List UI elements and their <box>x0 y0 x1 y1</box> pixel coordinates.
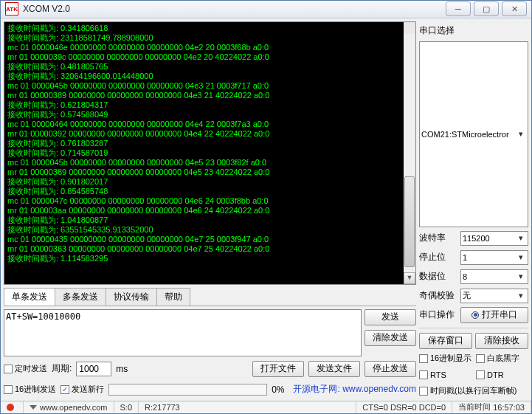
send-tabs: 单条发送 多条发送 协议传输 帮助 <box>4 288 416 306</box>
hex-send-checkbox[interactable]: 16进制发送 <box>4 383 56 396</box>
terminal-output[interactable]: 接收时间戳为: 0.341806618 接收时间戳为: 23118581749.… <box>4 21 416 285</box>
minimize-button[interactable]: ─ <box>446 1 471 16</box>
app-window: ATK XCOM V2.0 ─ ▢ ✕ 接收时间戳为: 0.341806618 … <box>0 0 532 414</box>
tab-multi-send[interactable]: 多条发送 <box>55 288 106 306</box>
period-unit: ms <box>116 364 128 374</box>
parity-select[interactable]: 无▾ <box>460 289 528 303</box>
send-textarea[interactable] <box>4 309 362 356</box>
scroll-down-button[interactable]: ▼ <box>404 272 415 284</box>
stop-send-button[interactable]: 停止发送 <box>365 361 416 377</box>
tab-single-send[interactable]: 单条发送 <box>4 288 55 306</box>
status-time: 当前时间 16:57:03 <box>452 401 531 413</box>
baud-label: 波特率 <box>419 232 457 244</box>
stop-label: 停止位 <box>419 251 457 263</box>
status-sent: S:0 <box>114 401 139 413</box>
dtr-checkbox[interactable]: DTR <box>476 368 528 382</box>
save-window-button[interactable]: 保存窗口 <box>419 333 472 349</box>
open-file-button[interactable]: 打开文件 <box>252 361 304 377</box>
clear-send-button[interactable]: 清除发送 <box>365 330 416 346</box>
period-label: 周期: <box>52 362 72 375</box>
link-label: 开源电子网: <box>293 384 339 394</box>
port-status-icon <box>471 311 479 319</box>
tab-help[interactable]: 帮助 <box>156 288 190 306</box>
titlebar[interactable]: ATK XCOM V2.0 ─ ▢ ✕ <box>1 1 531 18</box>
window-title: XCOM V2.0 <box>23 4 446 14</box>
data-select[interactable]: 8▾ <box>460 269 528 284</box>
rts-checkbox[interactable]: RTS <box>419 368 471 382</box>
close-button[interactable]: ✕ <box>502 1 527 16</box>
progress-pct: 0% <box>272 384 284 395</box>
scroll-thumb[interactable] <box>404 176 415 267</box>
maximize-button[interactable]: ▢ <box>474 1 499 16</box>
data-label: 数据位 <box>419 270 457 283</box>
progress-bar <box>108 384 267 396</box>
status-lines: CTS=0 DSR=0 DCD=0 <box>356 401 452 413</box>
stop-select[interactable]: 1▾ <box>460 250 528 265</box>
open-port-button[interactable]: 打开串口 <box>460 307 528 323</box>
baud-select[interactable]: 115200▾ <box>460 231 528 246</box>
period-input[interactable] <box>76 362 111 376</box>
send-file-button[interactable]: 发送文件 <box>308 361 360 377</box>
timed-send-checkbox[interactable]: 定时发送 <box>4 362 47 376</box>
hex-display-checkbox[interactable]: 16进制显示 <box>419 352 471 365</box>
timestamp-checkbox[interactable]: 时间戳(以换行回车断帧) <box>419 384 528 398</box>
parity-label: 奇偶校验 <box>419 289 457 302</box>
status-bar: www.openedv.com S:0 R:217773 CTS=0 DSR=0… <box>1 401 531 413</box>
status-dropdown[interactable]: www.openedv.com <box>24 401 114 413</box>
terminal-scrollbar[interactable]: ▲ ▼ <box>404 22 415 284</box>
port-select[interactable]: COM21:STMicroelectror▾ <box>419 41 528 227</box>
op-label: 串口操作 <box>419 308 457 321</box>
status-recv: R:217773 <box>139 401 356 413</box>
send-button[interactable]: 发送 <box>365 309 416 325</box>
app-logo: ATK <box>5 2 18 15</box>
chevron-down-icon: ▾ <box>516 129 526 139</box>
link-url[interactable]: www.openedv.com <box>342 384 416 394</box>
tab-protocol[interactable]: 协议传输 <box>106 288 157 306</box>
serial-section-title: 串口选择 <box>419 24 528 37</box>
record-icon[interactable] <box>1 401 24 413</box>
send-newline-checkbox[interactable]: ✓发送新行 <box>61 383 104 396</box>
clear-recv-button[interactable]: 清除接收 <box>475 333 528 349</box>
white-bg-checkbox[interactable]: 白底黑字 <box>476 352 519 365</box>
